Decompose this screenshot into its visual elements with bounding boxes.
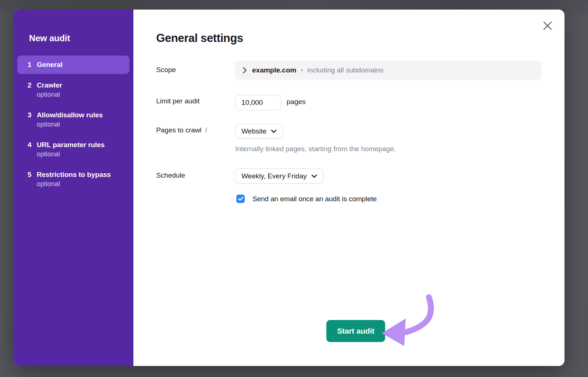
step-optional-tag: optional (37, 91, 133, 99)
step-optional-tag: optional (37, 121, 133, 128)
step-number: 2 (28, 81, 37, 89)
step-number: 4 (28, 141, 37, 149)
close-button[interactable] (542, 20, 553, 32)
step-label: URL parameter rules (37, 141, 105, 149)
wizard-title: New audit (29, 33, 133, 43)
close-icon (542, 20, 553, 32)
step-number: 1 (28, 61, 37, 69)
new-audit-modal: New audit 1 General 2 Crawler optional 3 (14, 10, 564, 366)
schedule-value: Weekly, Every Friday (241, 172, 307, 180)
step-label: Allow/disallow rules (37, 111, 103, 119)
scope-note: including all subdomains (307, 66, 383, 74)
general-settings-panel: General settings Scope example.com • inc… (133, 10, 564, 366)
sidebar-step-restrictions-to-bypass[interactable]: 5 Restrictions to bypass optional (14, 171, 133, 188)
schedule-label: Schedule (156, 171, 185, 179)
schedule-select[interactable]: Weekly, Every Friday (235, 168, 323, 184)
sidebar-step-url-parameter-rules[interactable]: 4 URL parameter rules optional (14, 141, 133, 158)
wizard-sidebar: New audit 1 General 2 Crawler optional 3 (14, 10, 133, 366)
pages-to-crawl-help: Internally linked pages, starting from t… (235, 145, 396, 153)
scope-summary[interactable]: example.com • including all subdomains (235, 61, 542, 80)
sidebar-step-crawler[interactable]: 2 Crawler optional (14, 81, 133, 99)
step-label: General (37, 61, 62, 69)
limit-per-audit-input[interactable] (235, 95, 281, 110)
sidebar-step-allow-disallow-rules[interactable]: 3 Allow/disallow rules optional (14, 111, 133, 128)
sidebar-step-general[interactable]: 1 General (17, 56, 129, 74)
step-number: 5 (28, 171, 37, 179)
limit-suffix: pages (287, 98, 306, 106)
chevron-down-icon (271, 129, 277, 133)
limit-per-audit-label: Limit per audit (156, 97, 200, 105)
step-optional-tag: optional (37, 150, 133, 158)
checkmark-icon (238, 197, 243, 201)
email-checkbox[interactable] (236, 195, 245, 203)
email-checkbox-label: Send an email once an audit is complete (252, 195, 377, 203)
scope-label: Scope (156, 66, 176, 74)
scope-domain: example.com (252, 66, 296, 74)
page-title: General settings (156, 32, 243, 45)
pages-to-crawl-label-text: Pages to crawl (156, 126, 201, 134)
step-label: Restrictions to bypass (37, 171, 111, 179)
wizard-steps: 1 General 2 Crawler optional 3 Allow/dis… (14, 56, 133, 188)
scope-separator: • (301, 67, 303, 74)
chevron-right-icon (243, 67, 247, 74)
pages-to-crawl-label: Pages to crawli (156, 126, 207, 134)
info-icon[interactable]: i (205, 127, 207, 134)
step-number: 3 (28, 111, 37, 119)
chevron-down-icon (311, 174, 317, 178)
start-audit-button[interactable]: Start audit (326, 320, 385, 342)
email-checkbox-row: Send an email once an audit is complete (236, 195, 377, 203)
step-label: Crawler (37, 81, 62, 89)
step-optional-tag: optional (37, 180, 133, 188)
pages-to-crawl-select[interactable]: Website (235, 124, 283, 139)
pages-to-crawl-value: Website (241, 127, 266, 135)
